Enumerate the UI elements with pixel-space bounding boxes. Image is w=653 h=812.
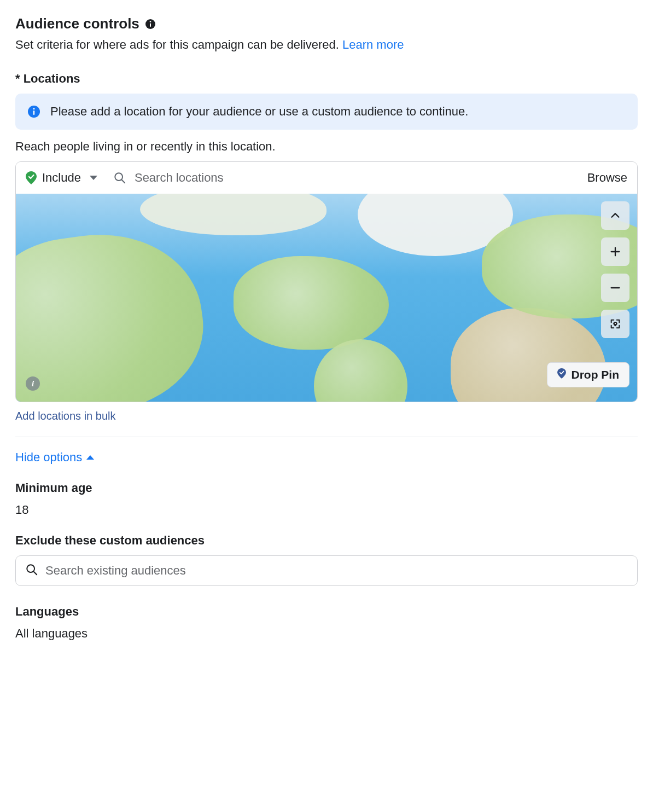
drop-pin-button[interactable]: Drop Pin <box>547 362 630 387</box>
include-label: Include <box>42 171 81 185</box>
drop-pin-icon <box>557 368 566 381</box>
minimum-age-value: 18 <box>15 503 638 517</box>
svg-point-5 <box>33 108 35 109</box>
svg-line-13 <box>34 572 37 575</box>
location-search-input[interactable] <box>132 167 581 188</box>
info-icon[interactable] <box>145 19 156 30</box>
location-pin-icon <box>26 171 37 184</box>
banner-text: Please add a location for your audience … <box>50 105 468 119</box>
languages-label: Languages <box>15 605 638 619</box>
include-dropdown[interactable]: Include <box>26 171 97 185</box>
reach-description: Reach people living in or recently in th… <box>15 140 638 154</box>
subtitle-text: Set criteria for where ads for this camp… <box>15 38 342 51</box>
search-icon <box>26 564 38 578</box>
exclude-audiences-label: Exclude these custom audiences <box>15 533 638 548</box>
languages-value: All languages <box>15 627 638 641</box>
chevron-up-icon <box>86 455 94 460</box>
map-terrain <box>140 194 326 235</box>
info-circle-icon <box>27 105 40 118</box>
map-collapse-button[interactable] <box>601 201 629 230</box>
divider <box>15 437 638 437</box>
map-terrain <box>451 308 606 402</box>
learn-more-link[interactable]: Learn more <box>342 38 404 51</box>
add-locations-bulk-link[interactable]: Add locations in bulk <box>15 410 115 422</box>
svg-rect-1 <box>150 23 151 27</box>
zoom-in-button[interactable] <box>601 237 629 266</box>
map-info-icon[interactable]: i <box>26 376 40 391</box>
locations-info-banner: Please add a location for your audience … <box>15 94 638 130</box>
svg-point-2 <box>150 21 151 22</box>
section-subtitle: Set criteria for where ads for this camp… <box>15 38 638 52</box>
search-icon <box>114 172 126 184</box>
browse-button[interactable]: Browse <box>587 171 627 185</box>
location-map-card: Include Browse <box>15 161 638 402</box>
exclude-audiences-search-box[interactable] <box>15 555 638 586</box>
svg-point-11 <box>615 323 616 324</box>
drop-pin-label: Drop Pin <box>572 368 620 381</box>
locate-button[interactable] <box>601 310 629 338</box>
map-viewport[interactable]: Drop Pin i <box>16 194 637 402</box>
map-controls <box>601 201 629 338</box>
exclude-audiences-input[interactable] <box>45 564 627 578</box>
minimum-age-label: Minimum age <box>15 481 638 495</box>
svg-rect-4 <box>33 111 34 115</box>
hide-options-label: Hide options <box>15 450 82 465</box>
svg-line-7 <box>122 180 125 183</box>
hide-options-toggle[interactable]: Hide options <box>15 450 94 465</box>
section-title: Audience controls <box>15 15 139 32</box>
map-terrain <box>234 256 389 350</box>
zoom-out-button[interactable] <box>601 274 629 302</box>
map-toolbar: Include Browse <box>16 162 637 194</box>
locations-label: * Locations <box>15 72 638 86</box>
chevron-down-icon <box>90 176 97 180</box>
map-terrain <box>16 221 213 402</box>
